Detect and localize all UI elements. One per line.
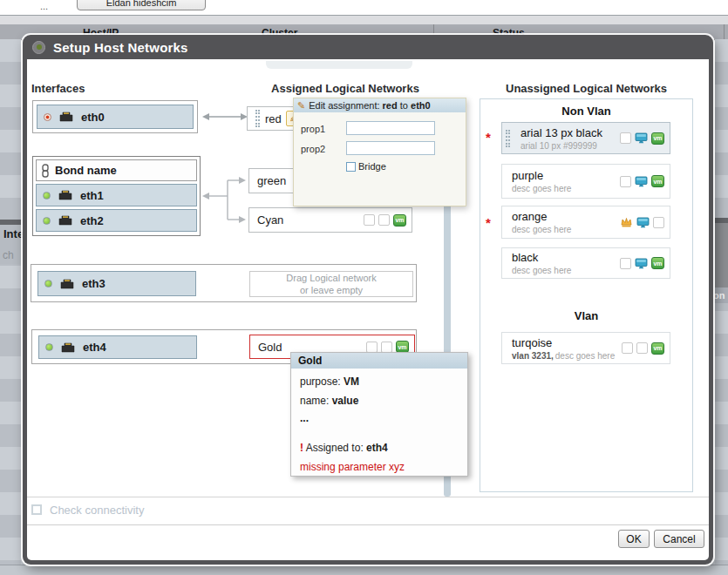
tooltip-error: missing parameter xyz: [300, 461, 405, 473]
setup-host-networks-dialog: Setup Host Networks Interfaces Assigned …: [23, 35, 713, 565]
popup-header: ✎ Edit assignment: red to eth0: [294, 98, 466, 112]
bond-container[interactable]: Bond name eth1 eth2: [32, 156, 201, 236]
nic-eth2[interactable]: eth2: [36, 209, 197, 232]
vm-network-icon: vm: [651, 342, 664, 355]
prop2-label: prop2: [301, 144, 325, 154]
background-table-rows-left: [0, 39, 21, 565]
tooltip-purpose: purpose: VM: [300, 375, 359, 388]
empty-role-slot-icon: [620, 258, 631, 269]
drop-zone-empty[interactable]: Drag Logical network or leave empty: [249, 271, 413, 297]
empty-role-slot-icon: [653, 217, 664, 228]
assigned-network-cyan[interactable]: Cyan vm: [248, 207, 412, 233]
edit-assignment-popup: ✎ Edit assignment: red to eth0 prop1 pro…: [293, 98, 466, 206]
ethernet-port-icon: [57, 214, 74, 227]
nic-label: eth4: [83, 341, 106, 354]
network-description: desc goes here: [512, 225, 571, 234]
footer-divider: [27, 497, 709, 497]
empty-role-slot-icon: [636, 342, 648, 354]
unassigned-item-black[interactable]: black desc goes here vm: [501, 247, 670, 279]
nic-eth4[interactable]: eth4: [38, 335, 197, 359]
nic-eth1[interactable]: eth1: [36, 184, 197, 206]
background-bottom-row: [0, 565, 728, 575]
background-toolbar-band: [0, 16, 728, 24]
network-label: red: [265, 112, 282, 125]
network-description: desc goes here: [512, 184, 571, 193]
empty-role-slot-icon: [366, 342, 378, 353]
network-description: arial 10 px #999999: [520, 141, 602, 151]
ethernet-port-icon: [59, 342, 77, 354]
drop-zone-hint-line2: or leave empty: [300, 284, 363, 296]
vm-network-icon: vm: [651, 175, 664, 187]
header-divider: [724, 24, 725, 39]
dialog-titlebar[interactable]: Setup Host Networks: [23, 35, 713, 59]
check-connectivity-label: Check connectivity: [50, 504, 144, 517]
vlan-id: vlan 3231,: [512, 351, 554, 361]
ok-button[interactable]: OK: [618, 530, 650, 548]
drag-handle[interactable]: [255, 110, 260, 127]
nonvlan-section-header: Non Vlan: [480, 105, 692, 118]
network-role-icons: vm: [364, 214, 412, 227]
background-button-fragment: on: [713, 288, 728, 303]
empty-role-slot-icon: [381, 342, 392, 353]
ethernet-port-icon: [58, 111, 75, 123]
vlan-section-header: Vlan: [480, 309, 692, 322]
buttons-divider: [27, 524, 709, 525]
scroll-up-indicator[interactable]: [266, 61, 412, 69]
bond-fork-arrow-icon: [201, 174, 247, 228]
empty-role-slot-icon: [622, 342, 633, 354]
nic-eth0[interactable]: eth0: [37, 105, 194, 129]
interfaces-column-header: Interfaces: [31, 82, 85, 95]
status-led-up-icon: [43, 192, 51, 200]
vm-network-icon: vm: [651, 132, 664, 145]
network-title: purple: [512, 169, 571, 182]
network-label: green: [257, 174, 286, 187]
network-description: desc goes here: [555, 351, 615, 361]
background-host-button[interactable]: Eldan hideshcim: [77, 0, 206, 10]
vm-network-icon: vm: [651, 257, 664, 269]
eth0-row-container: eth0: [32, 100, 198, 133]
drop-zone-hint-line1: Drag Logical network: [286, 272, 376, 284]
cancel-button[interactable]: Cancel: [654, 530, 704, 548]
display-network-icon: [635, 258, 648, 269]
prop2-input[interactable]: [346, 141, 435, 155]
management-crown-icon: [620, 217, 633, 228]
empty-role-slot-icon: [378, 214, 390, 226]
network-title: turqoise: [512, 336, 615, 349]
assigned-column-header: Assigned Logical Networks: [249, 82, 441, 95]
required-marker: *: [486, 134, 491, 141]
nic-eth3[interactable]: eth3: [37, 271, 196, 296]
status-led-down-icon: [44, 113, 51, 121]
drag-handle[interactable]: [506, 130, 510, 147]
background-subtab-label: Inte: [3, 227, 24, 240]
network-description: desc goes here: [512, 266, 571, 275]
ethernet-port-icon: [57, 189, 74, 201]
display-network-icon: [635, 132, 648, 144]
prop1-input[interactable]: [346, 121, 435, 135]
network-label: Cyan: [257, 213, 283, 227]
unassigned-item-orange[interactable]: orange desc goes here: [501, 206, 670, 239]
required-marker: *: [486, 220, 491, 227]
bridge-checkbox[interactable]: [346, 162, 356, 172]
vm-network-icon: vm: [396, 341, 409, 353]
ethernet-port-icon: [58, 278, 76, 290]
bridge-label: Bridge: [358, 161, 386, 172]
unassigned-item-arial[interactable]: arial 13 px black arial 10 px #999999 vm: [501, 122, 670, 154]
network-title: arial 13 px black: [520, 126, 602, 139]
popup-title: Edit assignment: red to eth0: [309, 100, 430, 111]
nic-label: eth0: [81, 111, 105, 124]
eth3-row-container: eth3 Drag Logical network or leave empty: [31, 264, 417, 302]
network-title: orange: [512, 210, 571, 223]
unassigned-column-header: Unassigned Logical Networks: [480, 82, 693, 95]
display-network-icon: [636, 217, 650, 228]
check-connectivity-checkbox[interactable]: [31, 504, 42, 515]
bond-chain-icon: [41, 164, 50, 178]
unassigned-item-turqoise[interactable]: turqoise vlan 3231, desc goes here vm: [501, 332, 670, 364]
network-tooltip: Gold purpose: VM name: value ... ! Assig…: [290, 352, 468, 477]
empty-role-slot-icon: [620, 132, 631, 144]
network-role-icons: [620, 217, 670, 228]
tooltip-assigned: ! Assigned to: eth4: [300, 442, 388, 454]
bond-name-box[interactable]: Bond name: [36, 159, 197, 181]
network-role-icons: vm: [366, 341, 414, 353]
dialog-content: Interfaces Assigned Logical Networks Una…: [27, 59, 709, 560]
unassigned-item-purple[interactable]: purple desc goes here vm: [501, 164, 670, 199]
